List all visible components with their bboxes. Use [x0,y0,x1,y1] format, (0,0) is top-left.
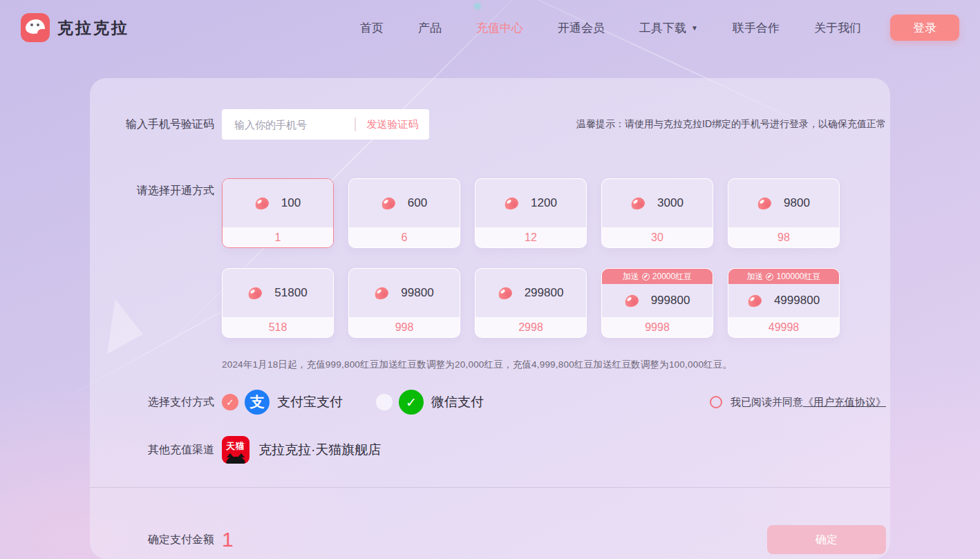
package-price: 49998 [728,317,839,337]
nav-item-home[interactable]: 首页 [360,20,384,36]
login-button[interactable]: 登录 [890,15,959,41]
package-card[interactable]: 51800518 [222,268,334,338]
package-card[interactable]: 2998002998 [475,268,587,338]
bean-outline-icon [766,273,773,281]
package-price: 12 [475,227,586,247]
package-card-top: 100 [223,179,333,227]
package-card-top: 3000 [602,179,713,227]
payment-method-name: 微信支付 [431,393,484,411]
bonus-badge-prefix: 加送 [746,271,763,283]
login-tip-text: 温馨提示：请使用与克拉克拉ID绑定的手机号进行登录，以确保充值正常 [429,118,886,131]
bean-icon [254,196,270,211]
bean-amount: 3000 [657,196,684,210]
top-nav-bar: 克拉克拉 首页产品充值中心开通会员工具下载▼联手合作关于我们 登录 [0,0,980,55]
confirm-button[interactable]: 确定 [767,525,886,554]
tmall-store-link[interactable]: 天猫 克拉克拉·天猫旗舰店 [222,436,381,464]
other-channel-row: 其他充值渠道 天猫 克拉克拉·天猫旗舰店 [90,435,890,465]
agreement: 我已阅读并同意《用户充值协议》 [710,396,886,409]
agreement-text: 我已阅读并同意 [731,396,803,409]
phone-input[interactable] [222,119,355,131]
package-card[interactable]: 120012 [475,178,587,248]
package-card-top: 600 [349,179,460,227]
radio-checked-icon[interactable]: ✓ [222,394,238,410]
bean-icon [380,196,397,211]
package-card[interactable]: 1001 [222,178,334,248]
package-card-top: 999800 [602,284,713,317]
package-selection-row: 请选择开通方式 10016006120012300030980098518005… [90,178,890,338]
nav-item-membership[interactable]: 开通会员 [558,20,605,36]
package-price: 2998 [475,317,586,337]
bonus-badge-amount: 100000红豆 [776,271,820,283]
package-card[interactable]: 99800998 [348,268,460,338]
bean-amount: 999800 [651,294,690,307]
bonus-note-row: 2024年1月18日起，充值999,800红豆加送红豆数调整为20,000红豆，… [90,359,890,371]
package-price: 998 [349,317,460,337]
package-price: 9998 [602,317,713,337]
bean-amount: 4999800 [774,294,820,307]
bean-icon [373,285,390,301]
nav-menu: 首页产品充值中心开通会员工具下载▼联手合作关于我们 [360,20,861,36]
bean-amount: 600 [408,196,427,210]
bonus-badge: 加送100000红豆 [728,269,839,284]
nav-item-tools-download[interactable]: 工具下载▼ [639,20,698,36]
package-card[interactable]: 300030 [601,178,713,248]
package-card-grid: 1001600612001230003098009851800518998009… [222,178,840,338]
tmall-store-name: 克拉克拉·天猫旗舰店 [258,441,381,459]
package-card[interactable]: 6006 [348,178,460,248]
package-price: 1 [223,227,333,247]
wechat-icon: ✓ [399,390,424,415]
payment-confirm-row: 确定支付金额 1 确定 [90,525,890,554]
bean-amount: 100 [281,196,301,210]
nav-item-about-us[interactable]: 关于我们 [814,20,861,36]
agreement-radio[interactable] [710,396,722,408]
package-card-top: 299800 [475,269,586,317]
amount-section-label: 确定支付金额 [90,533,214,547]
tmall-icon: 天猫 [222,436,249,464]
package-price: 98 [728,227,839,247]
bean-amount: 1200 [531,196,557,210]
package-card-top: 9800 [728,179,839,227]
package-price: 518 [223,317,333,337]
brand-logo[interactable]: 克拉克拉 [21,13,129,42]
send-code-button[interactable]: 发送验证码 [356,118,429,131]
bean-amount: 99800 [401,286,433,300]
nav-item-recharge-center[interactable]: 充值中心 [476,20,523,36]
bean-icon [630,196,646,211]
phone-input-group: 发送验证码 [222,109,429,140]
radio-unchecked-icon[interactable] [376,394,393,410]
package-card-top: 99800 [349,269,460,317]
recharge-panel: 输入手机号验证码 发送验证码 温馨提示：请使用与克拉克拉ID绑定的手机号进行登录… [90,78,890,559]
bean-icon [247,285,263,301]
payment-section-label: 选择支付方式 [90,395,214,410]
channel-section-label: 其他充值渠道 [90,443,214,457]
payment-method-row: 选择支付方式 ✓支支付宝支付✓微信支付 我已阅读并同意《用户充值协议》 [90,390,890,415]
package-card[interactable]: 980098 [728,178,840,248]
bean-amount: 9800 [784,196,810,210]
bean-icon [746,293,763,308]
package-card-top: 1200 [475,179,586,227]
bonus-badge-amount: 20000红豆 [652,271,692,283]
bonus-badge-prefix: 加送 [623,271,639,283]
payment-method-wechat[interactable]: ✓微信支付 [376,390,484,415]
bean-icon [623,293,639,308]
nav-item-cooperation[interactable]: 联手合作 [733,20,780,36]
payment-method-alipay[interactable]: ✓支支付宝支付 [222,390,343,415]
package-card[interactable]: 加送20000红豆9998009998 [601,268,713,338]
package-card-top: 4999800 [728,284,839,317]
package-price: 30 [602,227,713,247]
agreement-link[interactable]: 《用户充值协议》 [803,396,886,409]
phone-section-label: 输入手机号验证码 [90,117,214,132]
package-card[interactable]: 加送100000红豆499980049998 [728,268,840,338]
package-section-label: 请选择开通方式 [90,178,214,198]
chevron-down-icon: ▼ [691,24,698,32]
section-divider [90,487,890,488]
nav-item-products[interactable]: 产品 [418,20,442,36]
brand-name: 克拉克拉 [57,17,129,39]
bean-amount: 299800 [525,286,564,300]
payment-amount: 1 [222,528,234,551]
bean-icon [496,285,513,301]
bean-outline-icon [642,273,650,281]
bonus-adjustment-note: 2024年1月18日起，充值999,800红豆加送红豆数调整为20,000红豆，… [222,359,732,371]
alipay-icon: 支 [245,390,270,415]
bean-icon [503,196,520,211]
